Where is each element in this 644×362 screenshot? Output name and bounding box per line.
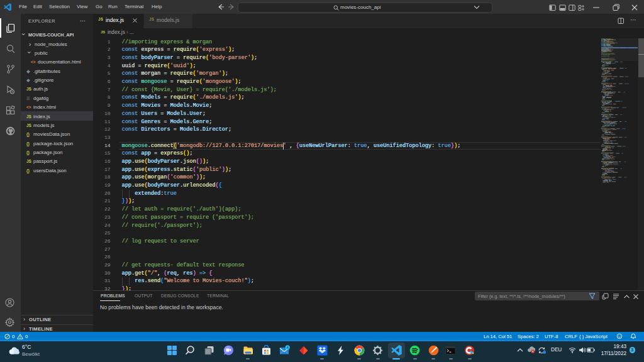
svg-text:4: 4 [287, 345, 289, 349]
